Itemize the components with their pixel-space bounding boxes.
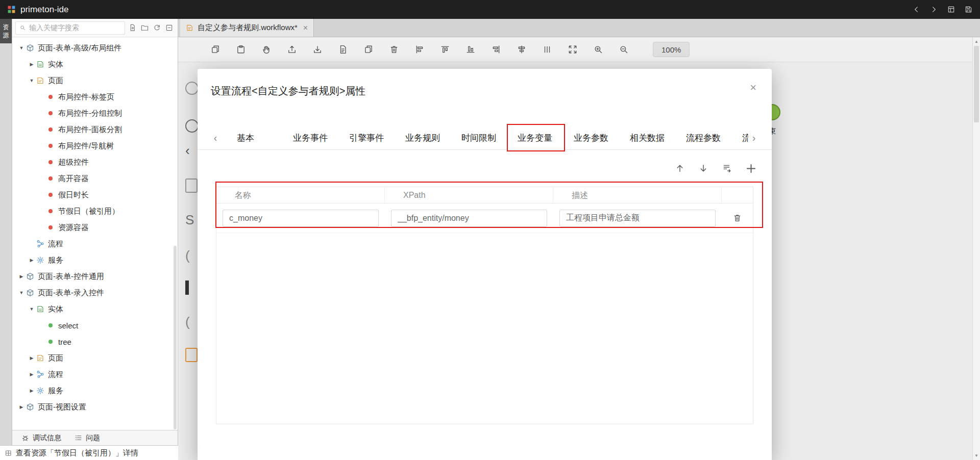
move-down-icon[interactable] xyxy=(699,164,708,173)
layout-icon[interactable] xyxy=(946,5,955,14)
tree-item[interactable]: 布局控件-面板分割 xyxy=(12,121,178,138)
scroll-down-icon[interactable]: ▼ xyxy=(973,453,980,458)
add-variable-button[interactable] xyxy=(746,163,756,174)
expand-icon[interactable]: ▶ xyxy=(28,372,36,377)
dialog-tab-基本[interactable]: 基本 xyxy=(226,126,265,150)
palette-node[interactable] xyxy=(185,348,198,362)
dialog-tab-流[interactable]: 流 xyxy=(731,126,748,150)
tree-item[interactable]: ▶实体 xyxy=(12,56,178,72)
tree-item[interactable]: 资源容器 xyxy=(12,219,178,236)
collapse-icon[interactable]: ▼ xyxy=(28,306,36,312)
align-top-icon[interactable] xyxy=(440,45,450,54)
tree-item[interactable]: 布局控件/导航树 xyxy=(12,138,178,154)
tree-item[interactable]: 假日时长 xyxy=(12,187,178,203)
palette-node[interactable] xyxy=(185,178,198,193)
dialog-tab-业务事件[interactable]: 业务事件 xyxy=(282,126,338,150)
tree-item[interactable]: ▶流程 xyxy=(12,366,178,382)
canvas-scrollbar-thumb[interactable] xyxy=(974,46,979,122)
refresh-icon[interactable] xyxy=(152,22,162,33)
distribute-vertical-icon[interactable] xyxy=(543,45,552,54)
palette-node[interactable] xyxy=(185,119,199,133)
editor-tab-workflow[interactable]: 自定义参与者规则.workflowx* × xyxy=(180,19,314,37)
collapse-icon[interactable]: ▼ xyxy=(17,290,26,295)
collapse-icon[interactable]: ▼ xyxy=(28,78,36,83)
palette-node[interactable]: ( xyxy=(185,315,190,328)
align-left-icon[interactable] xyxy=(415,45,424,54)
expand-icon[interactable]: ▶ xyxy=(17,404,26,410)
zoom-in-icon[interactable] xyxy=(594,45,603,54)
canvas-scrollbar[interactable]: ▲ ▼ xyxy=(972,37,980,460)
tree-item[interactable]: ▶页面-表单-控件通用 xyxy=(12,268,178,285)
fit-screen-icon[interactable] xyxy=(568,45,577,54)
tree-item[interactable]: tree xyxy=(12,334,178,350)
move-up-icon[interactable] xyxy=(675,164,684,173)
locate-icon[interactable] xyxy=(127,22,138,33)
align-bottom-icon[interactable] xyxy=(466,45,475,54)
desc-input[interactable] xyxy=(559,210,716,227)
tree-item[interactable]: ▶服务 xyxy=(12,382,178,399)
dialog-tab-时间限制[interactable]: 时间限制 xyxy=(451,126,507,150)
collapse-icon[interactable]: ▼ xyxy=(17,45,26,50)
dialog-tab-相关数据[interactable]: 相关数据 xyxy=(619,126,675,150)
palette-node[interactable]: ‹ xyxy=(185,144,190,157)
dialog-tab-引擎事件[interactable]: 引擎事件 xyxy=(338,126,395,150)
palette-node[interactable] xyxy=(185,82,199,95)
tree-item[interactable]: ▶页面-视图设置 xyxy=(12,399,178,415)
copy-icon[interactable] xyxy=(211,45,220,54)
bottom-bar-problems[interactable]: 问题 xyxy=(75,433,100,443)
tabs-scroll-right-icon[interactable]: › xyxy=(748,132,760,144)
paste-icon[interactable] xyxy=(236,45,246,54)
tree-item[interactable]: ▶页面 xyxy=(12,350,178,366)
tree-item[interactable]: 流程 xyxy=(12,236,178,252)
tree-item[interactable]: ▶服务 xyxy=(12,252,178,268)
tabs-scroll-left-icon[interactable]: ‹ xyxy=(210,132,221,144)
zoom-out-icon[interactable] xyxy=(619,45,628,54)
tree-item[interactable]: ▼页面-表单-高级/布局组件 xyxy=(12,40,178,56)
dialog-tab-业务规则[interactable]: 业务规则 xyxy=(395,126,451,150)
dialog-close-icon[interactable]: × xyxy=(750,82,756,93)
expand-icon[interactable]: ▶ xyxy=(28,258,36,263)
tree-item[interactable]: 超级控件 xyxy=(12,154,178,170)
name-input[interactable] xyxy=(223,210,379,227)
tree-item[interactable]: 节假日（被引用） xyxy=(12,203,178,219)
forward-icon[interactable] xyxy=(929,5,938,14)
resources-panel-tab[interactable]: 资源 xyxy=(0,19,12,43)
tree-item[interactable]: 布局控件-标签页 xyxy=(12,89,178,105)
delete-row-icon[interactable] xyxy=(733,214,742,222)
hand-icon[interactable] xyxy=(262,45,271,54)
folder-icon[interactable] xyxy=(139,22,150,33)
sidebar-scrollbar-thumb[interactable] xyxy=(174,246,177,429)
dialog-tab-业务参数[interactable]: 业务参数 xyxy=(563,126,619,150)
tree-item[interactable]: ▼页面-表单-录入控件 xyxy=(12,285,178,301)
download-icon[interactable] xyxy=(313,45,322,54)
dialog-tab-流程参数[interactable]: 流程参数 xyxy=(675,126,731,150)
dialog-tab-业务变量-active[interactable]: 业务变量 xyxy=(507,126,563,150)
align-center-icon[interactable] xyxy=(517,45,526,54)
back-icon[interactable] xyxy=(912,5,921,14)
expand-icon[interactable]: ▶ xyxy=(28,355,36,361)
expand-icon[interactable]: ▶ xyxy=(17,274,26,279)
document-icon[interactable] xyxy=(338,45,348,54)
save-icon[interactable] xyxy=(964,5,973,14)
expand-icon[interactable]: ▶ xyxy=(28,62,36,67)
align-right-icon[interactable] xyxy=(492,45,501,54)
tree-item[interactable]: select xyxy=(12,317,178,334)
tree-item[interactable]: 布局控件-分组控制 xyxy=(12,105,178,121)
duplicate-icon[interactable] xyxy=(364,45,373,54)
search-input[interactable]: 输入关键字搜索 xyxy=(15,21,125,35)
collapse-all-icon[interactable] xyxy=(164,22,175,33)
export-icon[interactable] xyxy=(287,45,297,54)
palette-node[interactable]: ( xyxy=(185,249,190,262)
tree-item[interactable]: 高开容器 xyxy=(12,170,178,187)
tree-item[interactable]: ▼页面 xyxy=(12,72,178,89)
xpath-input[interactable] xyxy=(391,210,547,227)
palette-node[interactable] xyxy=(185,280,189,295)
bottom-bar-debug-info[interactable]: 调试信息 xyxy=(21,433,61,443)
copy-rows-icon[interactable] xyxy=(722,164,731,173)
zoom-level-button[interactable]: 100% xyxy=(653,42,690,57)
palette-node[interactable]: S xyxy=(185,213,194,226)
expand-icon[interactable]: ▶ xyxy=(28,388,36,393)
scroll-up-icon[interactable]: ▲ xyxy=(973,39,980,44)
tab-close-icon[interactable]: × xyxy=(303,24,308,32)
tree-item[interactable]: ▼实体 xyxy=(12,301,178,317)
